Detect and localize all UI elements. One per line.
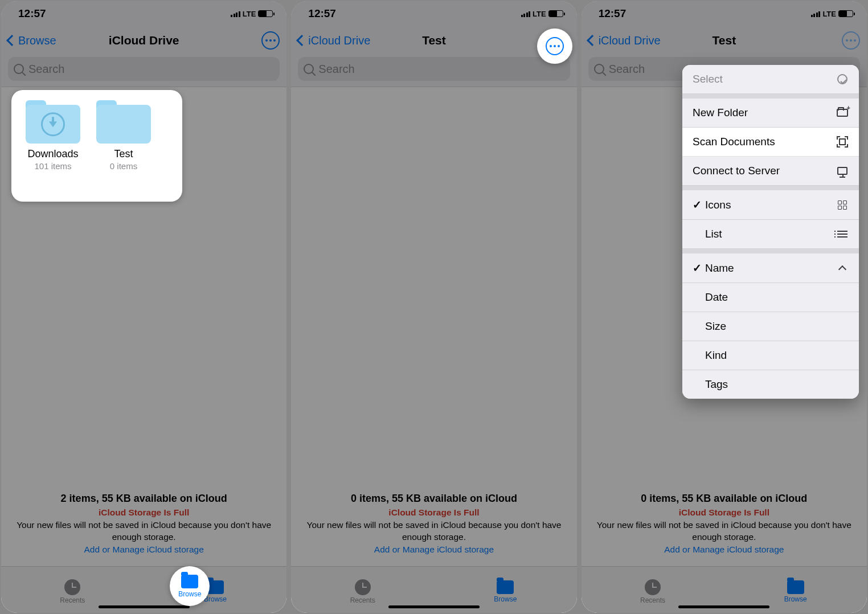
menu-new-folder-label: New Folder [693, 107, 748, 119]
home-indicator[interactable] [388, 605, 480, 608]
signal-icon [521, 10, 531, 17]
folder-items-count: 0 items [110, 161, 137, 171]
callout-folders: Downloads 101 items Test 0 items [11, 90, 182, 202]
screen-1: 12:57 LTE Browse iCloud Drive Search 2 i… [1, 1, 286, 613]
battery-icon [258, 10, 273, 17]
menu-scan-label: Scan Documents [693, 136, 775, 148]
status-bar: 12:57 LTE [582, 1, 867, 26]
action-menu: Select New Folder Scan Documents Connect… [682, 65, 859, 399]
select-circle-icon [836, 73, 849, 85]
search-input[interactable]: Search [298, 57, 570, 81]
storage-manage-link[interactable]: Add or Manage iCloud storage [595, 544, 853, 556]
search-icon [304, 64, 314, 74]
list-icon [836, 228, 849, 240]
storage-detail: Your new files will not be saved in iClo… [595, 519, 853, 543]
menu-sort-name[interactable]: ✓Name [682, 249, 859, 283]
folder-icon [181, 575, 198, 588]
menu-connect-server[interactable]: Connect to Server [682, 157, 859, 186]
storage-footer: 0 items, 55 KB available on iCloud iClou… [291, 485, 576, 566]
storage-warning: iCloud Storage Is Full [15, 507, 273, 519]
callout-browse-tab: Browse [170, 566, 210, 606]
folder-name: Test [114, 148, 133, 160]
back-button[interactable]: iCloud Drive [298, 34, 372, 47]
menu-date-label: Date [693, 291, 728, 304]
storage-manage-link[interactable]: Add or Manage iCloud storage [305, 544, 563, 556]
chevron-left-icon [587, 35, 598, 46]
content-area: 0 items, 55 KB available on iCloud iClou… [291, 87, 576, 566]
more-button[interactable] [842, 31, 860, 50]
folder-test[interactable]: Test 0 items [92, 100, 155, 171]
home-indicator[interactable] [678, 605, 769, 608]
network-label: LTE [533, 10, 546, 18]
menu-select[interactable]: Select [682, 65, 859, 94]
search-placeholder: Search [28, 63, 64, 76]
menu-new-folder[interactable]: New Folder [682, 94, 859, 128]
menu-list-label: List [693, 228, 722, 240]
back-label: iCloud Drive [308, 34, 370, 47]
clock-icon [645, 579, 661, 595]
storage-detail: Your new files will not be saved in iClo… [305, 519, 563, 543]
back-label: Browse [18, 34, 56, 47]
status-time: 12:57 [308, 7, 336, 20]
search-icon [14, 64, 24, 74]
nav-bar: iCloud Drive Test [291, 26, 576, 55]
network-label: LTE [243, 10, 256, 18]
search-placeholder: Search [318, 63, 354, 76]
clock-icon [64, 579, 80, 595]
menu-view-icons[interactable]: ✓Icons [682, 186, 859, 220]
tab-recents-label: Recents [60, 596, 85, 604]
tab-recents-label: Recents [350, 596, 375, 604]
folder-downloads[interactable]: Downloads 101 items [22, 100, 84, 171]
checkmark-icon: ✓ [693, 261, 702, 275]
menu-sort-size[interactable]: Size [682, 312, 859, 341]
signal-icon [231, 10, 240, 17]
folder-items-count: 101 items [34, 161, 71, 171]
signal-icon [811, 10, 821, 17]
battery-icon [548, 10, 563, 17]
tab-recents-label: Recents [640, 596, 665, 604]
screen-2: 12:57 LTE iCloud Drive Test Search 0 ite… [291, 1, 576, 613]
folder-icon [787, 580, 804, 594]
clock-icon [355, 579, 371, 595]
storage-summary: 0 items, 55 KB available on iCloud [595, 492, 853, 505]
menu-sort-kind[interactable]: Kind [682, 341, 859, 370]
menu-icons-label: Icons [705, 199, 731, 211]
storage-manage-link[interactable]: Add or Manage iCloud storage [15, 544, 273, 556]
status-bar: 12:57 LTE [291, 1, 576, 26]
back-button[interactable]: iCloud Drive [588, 34, 662, 47]
storage-summary: 0 items, 55 KB available on iCloud [305, 492, 563, 505]
nav-bar: iCloud Drive Test [582, 26, 867, 55]
grid-icon [836, 199, 849, 211]
storage-detail: Your new files will not be saved in iClo… [15, 519, 273, 543]
storage-warning: iCloud Storage Is Full [595, 507, 853, 519]
search-icon [594, 64, 604, 74]
more-button[interactable] [546, 37, 564, 55]
back-button[interactable]: Browse [8, 34, 82, 47]
menu-view-list[interactable]: List [682, 220, 859, 249]
menu-tags-label: Tags [693, 378, 728, 391]
chevron-left-icon [6, 35, 18, 46]
menu-select-label: Select [693, 73, 723, 85]
menu-kind-label: Kind [693, 349, 727, 362]
menu-sort-date[interactable]: Date [682, 283, 859, 312]
network-label: LTE [822, 10, 836, 18]
status-bar: 12:57 LTE [1, 1, 286, 26]
menu-size-label: Size [693, 320, 726, 333]
more-button[interactable] [261, 31, 280, 50]
home-indicator[interactable] [99, 605, 190, 608]
storage-summary: 2 items, 55 KB available on iCloud [15, 492, 273, 505]
menu-sort-tags[interactable]: Tags [682, 370, 859, 399]
chevron-up-icon [836, 262, 849, 275]
search-placeholder: Search [609, 63, 645, 76]
tab-browse-label: Browse [784, 595, 807, 603]
new-folder-icon [836, 107, 849, 119]
folder-name: Downloads [27, 148, 78, 160]
battery-icon [838, 10, 853, 17]
storage-footer: 0 items, 55 KB available on iCloud iClou… [582, 485, 867, 566]
search-input[interactable]: Search [8, 57, 280, 81]
menu-scan-documents[interactable]: Scan Documents [682, 128, 859, 157]
status-time: 12:57 [18, 7, 46, 20]
tab-browse-label: Browse [494, 595, 517, 603]
back-label: iCloud Drive [599, 34, 661, 47]
folder-icon [497, 580, 514, 594]
